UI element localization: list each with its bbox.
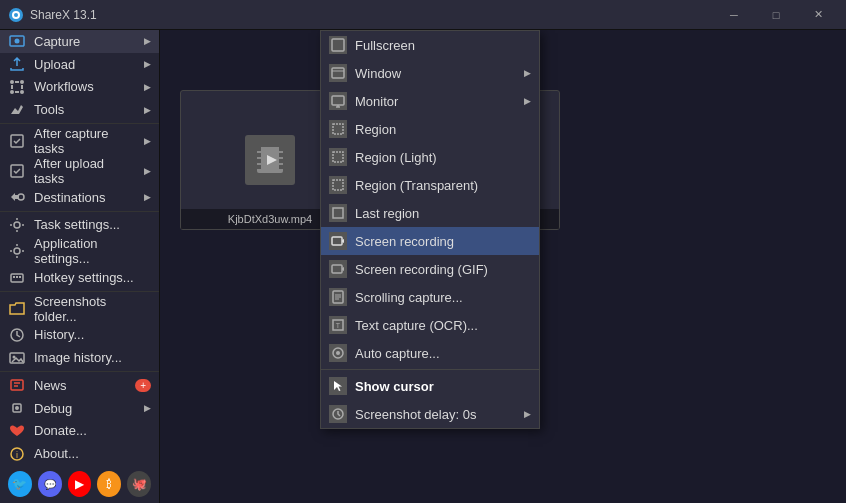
- svg-rect-60: [333, 180, 343, 190]
- youtube-icon[interactable]: ▶: [68, 471, 92, 497]
- svg-rect-34: [257, 153, 261, 157]
- menu-item-auto-capture[interactable]: Auto capture...: [321, 339, 539, 367]
- after-upload-arrow: ▶: [144, 166, 151, 176]
- task-settings-icon: [8, 216, 26, 234]
- svg-text:i: i: [16, 450, 18, 460]
- sidebar-item-workflows[interactable]: Workflows ▶: [0, 76, 159, 99]
- last-region-label: Last region: [355, 206, 531, 221]
- sidebar-item-about-label: About...: [34, 446, 151, 461]
- sidebar-item-screenshots[interactable]: Screenshots folder...: [0, 294, 159, 324]
- svg-rect-37: [279, 147, 283, 151]
- menu-item-scrolling-capture[interactable]: Scrolling capture...: [321, 283, 539, 311]
- auto-capture-label: Auto capture...: [355, 346, 531, 361]
- sidebar-item-debug[interactable]: Debug ▶: [0, 397, 159, 420]
- about-icon: i: [8, 445, 26, 463]
- svg-point-16: [14, 222, 20, 228]
- sidebar-item-capture-label: Capture: [34, 34, 136, 49]
- show-cursor-menu-icon: [329, 377, 347, 395]
- svg-rect-58: [333, 124, 343, 134]
- news-badge: +: [135, 379, 151, 392]
- workflows-arrow: ▶: [144, 82, 151, 92]
- svg-rect-62: [332, 237, 342, 245]
- maximize-button[interactable]: □: [756, 0, 796, 30]
- sidebar-item-news[interactable]: News +: [0, 374, 159, 397]
- svg-point-8: [20, 90, 24, 94]
- sidebar-item-app-settings-label: Application settings...: [34, 236, 151, 266]
- text-capture-menu-icon: T: [329, 316, 347, 334]
- auto-capture-menu-icon: [329, 344, 347, 362]
- svg-rect-20: [16, 276, 18, 278]
- sidebar-item-after-capture[interactable]: After capture tasks ▶: [0, 126, 159, 156]
- menu-item-show-cursor[interactable]: Show cursor: [321, 372, 539, 400]
- menu-item-screen-recording[interactable]: Screen recording: [321, 227, 539, 255]
- twitter-icon[interactable]: 🐦: [8, 471, 32, 497]
- svg-rect-52: [332, 39, 344, 51]
- menu-item-fullscreen[interactable]: Fullscreen: [321, 31, 539, 59]
- menu-item-last-region[interactable]: Last region: [321, 199, 539, 227]
- sidebar-item-capture[interactable]: Capture ▶: [0, 30, 159, 53]
- menu-separator: [321, 369, 539, 370]
- svg-point-2: [14, 13, 18, 17]
- after-capture-arrow: ▶: [144, 136, 151, 146]
- sidebar-item-tools[interactable]: Tools ▶: [0, 98, 159, 121]
- sidebar-item-workflows-label: Workflows: [34, 79, 136, 94]
- capture-icon: [8, 32, 26, 50]
- tools-icon: [8, 101, 26, 119]
- sidebar-item-after-upload[interactable]: After upload tasks ▶: [0, 156, 159, 186]
- sidebar-item-destinations[interactable]: Destinations ▶: [0, 186, 159, 209]
- discord-icon[interactable]: 💬: [38, 471, 62, 497]
- social-row: 🐦 💬 ▶ ₿ 🐙: [0, 465, 159, 503]
- sidebar-item-screenshots-label: Screenshots folder...: [34, 294, 151, 324]
- svg-rect-21: [19, 276, 21, 278]
- github-icon[interactable]: 🐙: [127, 471, 151, 497]
- sidebar-item-app-settings[interactable]: Application settings...: [0, 236, 159, 266]
- debug-icon: [8, 399, 26, 417]
- app-icon: [8, 7, 24, 23]
- history-icon: [8, 326, 26, 344]
- sidebar: Capture ▶ Upload ▶: [0, 30, 160, 503]
- screen-recording-menu-icon: [329, 232, 347, 250]
- close-button[interactable]: ✕: [798, 0, 838, 30]
- bitcoin-icon[interactable]: ₿: [97, 471, 121, 497]
- last-region-menu-icon: [329, 204, 347, 222]
- menu-item-region-light[interactable]: Region (Light): [321, 143, 539, 171]
- sidebar-item-upload[interactable]: Upload ▶: [0, 53, 159, 76]
- menu-item-window[interactable]: Window ▶: [321, 59, 539, 87]
- donate-icon: [8, 422, 26, 440]
- menu-item-region-transparent[interactable]: Region (Transparent): [321, 171, 539, 199]
- menu-item-text-capture[interactable]: T Text capture (OCR)...: [321, 311, 539, 339]
- svg-text:T: T: [336, 322, 341, 329]
- menu-item-region[interactable]: Region: [321, 115, 539, 143]
- sidebar-item-tools-label: Tools: [34, 102, 136, 117]
- sidebar-item-donate[interactable]: Donate...: [0, 419, 159, 442]
- sep-3: [0, 291, 159, 292]
- sidebar-item-task-settings-label: Task settings...: [34, 217, 151, 232]
- menu-item-monitor[interactable]: Monitor ▶: [321, 87, 539, 115]
- news-icon: [8, 376, 26, 394]
- sidebar-item-history[interactable]: History...: [0, 324, 159, 347]
- svg-rect-10: [21, 85, 23, 89]
- region-label: Region: [355, 122, 531, 137]
- window-controls: ─ □ ✕: [714, 0, 838, 30]
- region-light-label: Region (Light): [355, 150, 531, 165]
- capture-arrow: ▶: [144, 36, 151, 46]
- sep-4: [0, 371, 159, 372]
- svg-rect-25: [11, 380, 23, 390]
- region-transparent-menu-icon: [329, 176, 347, 194]
- region-transparent-label: Region (Transparent): [355, 178, 531, 193]
- menu-item-screenshot-delay[interactable]: Screenshot delay: 0s ▶: [321, 400, 539, 428]
- sidebar-item-image-history[interactable]: Image history...: [0, 346, 159, 369]
- sidebar-item-task-settings[interactable]: Task settings...: [0, 213, 159, 236]
- svg-rect-59: [333, 152, 343, 162]
- menu-item-screen-recording-gif[interactable]: Screen recording (GIF): [321, 255, 539, 283]
- monitor-arrow: ▶: [524, 96, 531, 106]
- sidebar-item-about[interactable]: i About...: [0, 442, 159, 465]
- sidebar-item-destinations-label: Destinations: [34, 190, 136, 205]
- app-title: ShareX 13.1: [30, 8, 97, 22]
- svg-rect-36: [257, 165, 261, 169]
- scrolling-capture-label: Scrolling capture...: [355, 290, 531, 305]
- sidebar-item-hotkey-settings[interactable]: Hotkey settings...: [0, 266, 159, 289]
- minimize-button[interactable]: ─: [714, 0, 754, 30]
- text-capture-label: Text capture (OCR)...: [355, 318, 531, 333]
- svg-rect-63: [332, 265, 342, 273]
